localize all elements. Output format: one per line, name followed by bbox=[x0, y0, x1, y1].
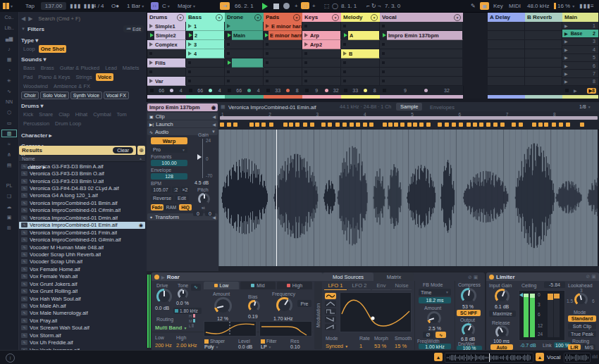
waveform-display[interactable] bbox=[218, 130, 598, 266]
warp-marker[interactable] bbox=[233, 123, 237, 127]
warp-marker[interactable] bbox=[544, 123, 548, 127]
computer-midi-keyboard-icon[interactable]: ▦ bbox=[480, 2, 489, 10]
track-menu-icon[interactable]: ▾ bbox=[177, 14, 184, 21]
info-icon[interactable]: i bbox=[6, 353, 15, 363]
quantize-menu[interactable]: 1 Bar▾ bbox=[127, 2, 144, 10]
warp-marker[interactable] bbox=[419, 123, 424, 127]
clip-slot[interactable] bbox=[380, 68, 463, 77]
device-overview-follow-icon[interactable]: ▲ bbox=[536, 353, 544, 361]
search-input[interactable] bbox=[37, 15, 144, 23]
filter-subtag[interactable]: Solo Voice bbox=[40, 92, 69, 99]
filter-tag[interactable]: Guitar & Plucked bbox=[58, 64, 101, 72]
warp-marker[interactable] bbox=[467, 123, 471, 127]
file-row[interactable]: ∿Vox Male Ah.aif bbox=[19, 302, 145, 309]
roar-header[interactable]: ▶ Roar bbox=[152, 272, 323, 281]
clip-slot[interactable]: Arp2 bbox=[302, 40, 341, 49]
limiter-header[interactable]: Limiter ⊘ ▣ bbox=[486, 272, 599, 281]
compress-knob[interactable] bbox=[461, 288, 476, 303]
bpm-half-button[interactable]: :2 bbox=[172, 187, 180, 193]
clip-launch-icon[interactable] bbox=[149, 24, 153, 28]
clip-slot[interactable] bbox=[302, 49, 341, 58]
loop-start-field[interactable]: 8. 1. 1 bbox=[341, 2, 357, 10]
track-menu-icon[interactable]: ▾ bbox=[254, 14, 261, 21]
routing-menu[interactable]: Multi Band ▼ bbox=[155, 325, 187, 331]
band-tab-low[interactable]: Low bbox=[204, 282, 239, 289]
tab-envelopes[interactable]: Envelopes bbox=[430, 104, 455, 111]
name-column-header[interactable]: Name bbox=[22, 156, 35, 161]
clip-slot[interactable] bbox=[488, 49, 525, 58]
warp-marker[interactable] bbox=[383, 123, 387, 127]
filter-tag[interactable]: Bass bbox=[21, 64, 37, 72]
warp-marker[interactable] bbox=[363, 123, 367, 127]
track-status-drone[interactable]: 664 bbox=[225, 86, 264, 95]
clip-slot[interactable]: B bbox=[341, 49, 380, 58]
clip-slot[interactable]: Impro Emin 137bpm bbox=[380, 31, 463, 40]
file-row[interactable]: ∿Veronica ImproCombined-01 C#min.aif bbox=[19, 207, 145, 214]
clip-slot[interactable] bbox=[488, 40, 525, 49]
clip-slot[interactable] bbox=[525, 68, 562, 77]
file-row[interactable]: ∿Vox Grunt Jokers.aif bbox=[19, 280, 145, 287]
fb-time-field[interactable]: 18.2 ms bbox=[419, 297, 451, 303]
lookahead-knob[interactable] bbox=[574, 293, 588, 306]
clip-slot[interactable]: E minor harm 137bpm bbox=[264, 31, 302, 40]
clip-slot[interactable]: 3 bbox=[186, 40, 225, 49]
file-row[interactable]: ∿Veronica G3-F#3-D3 Bmin O.aif bbox=[19, 170, 145, 177]
clip-launch-icon[interactable] bbox=[149, 42, 153, 46]
instruments-icon[interactable]: ▦ bbox=[0, 54, 18, 65]
filter-tag[interactable]: Strings bbox=[73, 73, 94, 81]
shaper-display[interactable] bbox=[204, 321, 257, 337]
warp-marker[interactable] bbox=[249, 123, 254, 127]
file-row[interactable]: ∿Veronica ImproCombined-01 Bmin.aif bbox=[19, 199, 145, 206]
scene-slot-1[interactable]: ▶1 bbox=[562, 22, 598, 30]
clip-slot[interactable] bbox=[380, 22, 463, 31]
file-row[interactable]: ∿Vox Hah Wah Soul.aif bbox=[19, 295, 145, 302]
lfo-shape-ramp-up[interactable] bbox=[325, 324, 336, 330]
clip-slot[interactable] bbox=[264, 58, 302, 68]
clip-launch-icon[interactable] bbox=[343, 51, 347, 56]
clip-slot[interactable] bbox=[488, 58, 525, 68]
file-row[interactable]: ∿Veronica ImproCombined-01 Fmin.aif bbox=[19, 229, 145, 236]
clip-launch-icon[interactable] bbox=[188, 42, 192, 46]
tab-noise[interactable]: Noise bbox=[392, 282, 412, 290]
filter-group-title[interactable]: Type ▾ bbox=[21, 37, 145, 44]
filter-tag[interactable]: Lead bbox=[103, 64, 119, 72]
clip-overview-strip[interactable] bbox=[445, 353, 533, 363]
clip-title-bar[interactable]: Impro Emin 137bpm ◉ bbox=[147, 103, 218, 111]
warp-marker[interactable] bbox=[473, 123, 477, 127]
lfo-display[interactable] bbox=[340, 292, 412, 332]
warp-marker[interactable] bbox=[283, 123, 288, 127]
clip-slot[interactable] bbox=[525, 22, 562, 31]
clip-slot[interactable] bbox=[488, 22, 525, 31]
warp-marker[interactable] bbox=[486, 123, 490, 127]
warp-marker[interactable] bbox=[445, 123, 449, 127]
shaper-toggle[interactable]: Shaper bbox=[204, 339, 225, 344]
scene-launch-icon[interactable]: ▶ bbox=[564, 31, 568, 36]
sounds-icon[interactable]: ▄▆ bbox=[0, 33, 18, 44]
routing-lr-button[interactable]: L/R bbox=[568, 344, 581, 350]
back-to-arrangement-icon[interactable]: ▶ bbox=[574, 88, 577, 93]
track-status-pads[interactable]: 338 bbox=[264, 86, 303, 95]
clip-slot[interactable]: 4 bbox=[186, 49, 225, 58]
modulation-tab[interactable]: Modulation bbox=[314, 282, 322, 349]
amount-value[interactable]: 12 % bbox=[217, 316, 228, 321]
clip-slot[interactable] bbox=[525, 77, 562, 86]
clip-slot[interactable]: Complex bbox=[147, 40, 186, 49]
clip-play-icon[interactable] bbox=[225, 58, 232, 68]
root-note-menu[interactable]: C▾ bbox=[162, 2, 170, 10]
lfo-rate-value[interactable]: 1 bbox=[359, 343, 362, 349]
lfo-shape-triangle[interactable] bbox=[325, 301, 336, 307]
filter-subtag[interactable]: Vocal FX bbox=[104, 92, 129, 99]
track-menu-icon[interactable]: ▾ bbox=[216, 14, 223, 21]
edit-sample-button[interactable]: Edit bbox=[175, 195, 189, 201]
clip-slot[interactable] bbox=[186, 68, 225, 77]
track-header-keys[interactable]: Keys▾ bbox=[302, 13, 341, 22]
clip-slot[interactable] bbox=[341, 68, 380, 77]
filter-tag[interactable]: Woodwind bbox=[21, 82, 50, 90]
mode-soft-clip-button[interactable]: Soft Clip bbox=[568, 323, 596, 330]
midi-map-button[interactable]: MIDI bbox=[509, 2, 521, 10]
drums-icon[interactable]: ♪ bbox=[0, 44, 18, 54]
res-value[interactable]: 0.10 bbox=[290, 344, 300, 349]
clip-slot[interactable]: 1 bbox=[186, 22, 225, 31]
scene-slot-6[interactable]: ▶6 bbox=[562, 62, 598, 70]
loop-marker-icon[interactable]: ◯ bbox=[332, 2, 338, 10]
